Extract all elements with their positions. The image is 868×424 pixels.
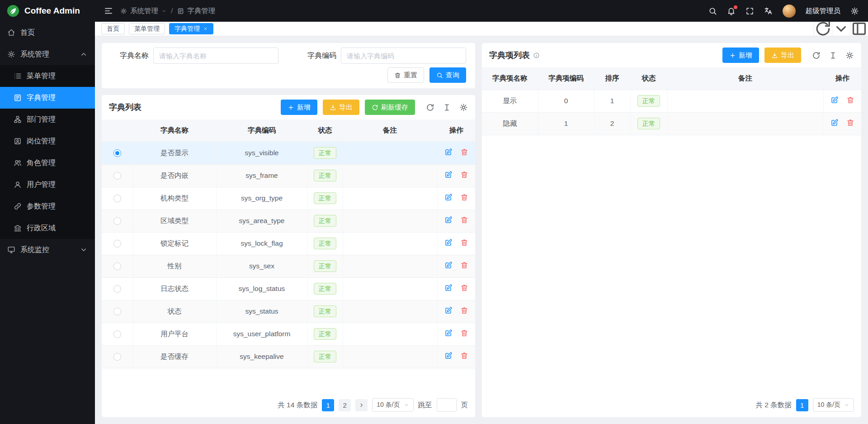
trash-icon[interactable]: [460, 171, 468, 179]
add-dict-button[interactable]: 新增: [281, 100, 317, 115]
sidebar-item-8[interactable]: 参数管理: [0, 195, 95, 217]
reset-button[interactable]: 重置: [387, 67, 424, 83]
trash-icon[interactable]: [460, 329, 468, 337]
refresh-cache-button[interactable]: 刷新缓存: [365, 100, 415, 115]
edit-icon[interactable]: [444, 284, 453, 292]
chevron-down-icon[interactable]: [832, 22, 850, 36]
column-settings-icon[interactable]: [829, 51, 837, 60]
query-button[interactable]: 查询: [429, 67, 466, 83]
row-select-radio[interactable]: [113, 240, 121, 248]
sidebar-item-2[interactable]: 菜单管理: [0, 65, 95, 87]
trash-icon[interactable]: [460, 193, 468, 201]
row-select-radio[interactable]: [113, 308, 121, 315]
refresh-icon[interactable]: [426, 103, 434, 112]
dict-name-input[interactable]: [153, 48, 278, 64]
sidebar-item-0[interactable]: 首页: [0, 22, 95, 43]
sidebar-item-5[interactable]: 岗位管理: [0, 130, 95, 152]
edit-icon[interactable]: [444, 352, 453, 360]
row-select-radio[interactable]: [113, 285, 121, 293]
page-size-select[interactable]: 10 条/页: [372, 398, 413, 412]
row-select-radio[interactable]: [113, 172, 121, 180]
item-table-row[interactable]: 显示01正常: [482, 90, 861, 112]
gear-icon[interactable]: [459, 103, 468, 112]
trash-icon[interactable]: [460, 216, 468, 224]
item-table-row[interactable]: 隐藏12正常: [482, 112, 861, 135]
edit-icon[interactable]: [444, 329, 453, 337]
settings-gear-icon[interactable]: [850, 7, 859, 15]
dict-table-row[interactable]: 日志状态sys_log_status正常: [102, 277, 475, 300]
page-button-1[interactable]: 1: [322, 399, 334, 411]
gear-icon[interactable]: [845, 51, 854, 60]
user-name[interactable]: 超级管理员: [806, 6, 841, 16]
dict-code-input[interactable]: [341, 48, 466, 64]
tab-1[interactable]: 菜单管理: [129, 23, 165, 34]
edit-icon[interactable]: [444, 148, 453, 156]
export-item-button[interactable]: 导出: [764, 48, 801, 63]
edit-icon[interactable]: [830, 119, 839, 127]
refresh-icon[interactable]: [812, 51, 821, 60]
column-settings-icon[interactable]: [443, 103, 451, 112]
refresh-icon[interactable]: [814, 22, 832, 36]
sidebar-item-4[interactable]: 部门管理: [0, 109, 95, 130]
trash-icon[interactable]: [460, 284, 468, 292]
trash-icon[interactable]: [460, 261, 468, 269]
page-button-2[interactable]: 2: [339, 399, 351, 411]
breadcrumb-item-system[interactable]: 系统管理: [120, 6, 166, 16]
app-logo[interactable]: Coffee Admin: [0, 0, 95, 22]
sidebar-item-10[interactable]: 系统监控: [0, 239, 95, 261]
dict-table-row[interactable]: 是否显示sys_visible正常: [102, 142, 475, 164]
tab-0[interactable]: 首页: [101, 23, 125, 34]
dict-table-row[interactable]: 机构类型sys_org_type正常: [102, 187, 475, 210]
dict-table-row[interactable]: 是否缓存sys_keepalive正常: [102, 345, 475, 368]
jump-page-input[interactable]: [437, 398, 457, 412]
edit-icon[interactable]: [444, 238, 453, 247]
translate-icon[interactable]: [764, 7, 773, 15]
avatar[interactable]: [783, 5, 796, 18]
close-icon[interactable]: [203, 26, 208, 31]
edit-icon[interactable]: [830, 96, 839, 104]
sidebar-item-7[interactable]: 用户管理: [0, 174, 95, 195]
fullscreen-icon[interactable]: [745, 7, 754, 15]
trash-icon[interactable]: [846, 119, 854, 127]
edit-icon[interactable]: [444, 193, 453, 201]
plus-icon: [288, 104, 294, 111]
trash-icon[interactable]: [460, 352, 468, 360]
tab-2[interactable]: 字典管理: [169, 23, 213, 34]
page-size-select[interactable]: 10 条/页: [813, 398, 854, 412]
edit-icon[interactable]: [444, 171, 453, 179]
info-icon[interactable]: [533, 52, 540, 59]
trash-icon[interactable]: [846, 96, 854, 104]
dict-table-row[interactable]: 状态sys_status正常: [102, 300, 475, 323]
row-select-radio[interactable]: [113, 195, 121, 202]
trash-icon[interactable]: [460, 238, 468, 247]
row-select-radio[interactable]: [113, 330, 121, 338]
dict-table-row[interactable]: 区域类型sys_area_type正常: [102, 210, 475, 232]
dict-table-row[interactable]: 是否内嵌sys_frame正常: [102, 164, 475, 187]
trash-icon[interactable]: [460, 148, 468, 156]
bell-icon[interactable]: [727, 7, 736, 15]
search-icon[interactable]: [708, 7, 717, 15]
row-select-radio[interactable]: [113, 353, 121, 361]
edit-icon[interactable]: [444, 306, 453, 314]
trash-icon[interactable]: [460, 306, 468, 314]
dict-table-row[interactable]: 锁定标记sys_lock_flag正常: [102, 232, 475, 255]
next-page-button[interactable]: [355, 399, 368, 411]
edit-icon[interactable]: [444, 216, 453, 224]
row-select-radio[interactable]: [113, 149, 121, 157]
page-button-1[interactable]: 1: [796, 399, 808, 411]
dict-table-row[interactable]: 性别sys_sex正常: [102, 255, 475, 277]
edit-icon[interactable]: [444, 261, 453, 269]
sidebar-item-6[interactable]: 角色管理: [0, 152, 95, 174]
sidebar-item-9[interactable]: 行政区域: [0, 217, 95, 239]
actions-cell: [437, 323, 475, 345]
collapse-sidebar-icon[interactable]: [104, 6, 113, 15]
breadcrumb-item-dict[interactable]: 字典管理: [177, 6, 215, 16]
dict-table-row[interactable]: 用户平台sys_user_platform正常: [102, 323, 475, 345]
row-select-radio[interactable]: [113, 217, 121, 225]
export-dict-button[interactable]: 导出: [323, 100, 359, 115]
add-item-button[interactable]: 新增: [722, 48, 759, 63]
sidebar-item-1[interactable]: 系统管理: [0, 43, 95, 65]
sidebar-item-3[interactable]: 字典管理: [0, 87, 95, 109]
pane-layout-icon[interactable]: [850, 22, 868, 36]
row-select-radio[interactable]: [113, 262, 121, 270]
